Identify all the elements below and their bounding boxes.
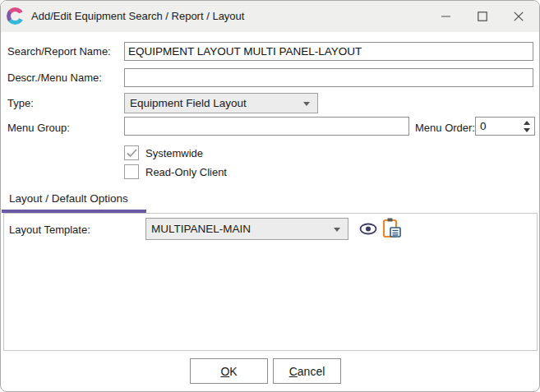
tab-layout-default-options[interactable]: Layout / Default Options [9,192,128,205]
chevron-down-icon [334,228,340,232]
read-only-client-label: Read-Only Client [145,166,227,178]
type-dropdown[interactable]: Equipment Field Layout [124,93,318,113]
menu-order-label: Menu Order: [415,122,475,134]
maximize-button[interactable] [464,1,501,32]
menu-order-stepper[interactable]: 0 [475,117,535,136]
spinner-up-icon[interactable] [524,121,530,125]
type-label: Type: [7,97,34,109]
maximize-icon [478,12,487,21]
descr-menu-name-label: Descr./Menu Name: [7,71,102,84]
layout-template-label: Layout Template: [9,224,90,236]
preview-button[interactable] [358,219,379,238]
search-report-name-label: Search/Report Name: [7,45,111,58]
app-logo-icon [7,7,24,25]
layout-template-dropdown[interactable]: MULTIPANEL-MAIN [145,218,348,240]
dialog-window: Add/Edit Equipment Search / Report / Lay… [0,0,540,392]
systemwide-checkbox[interactable] [124,145,139,160]
systemwide-label: Systemwide [145,147,203,159]
layout-template-value: MULTIPANEL-MAIN [151,223,251,235]
check-icon [127,149,137,158]
ok-button-label: OK [220,365,237,378]
read-only-client-checkbox[interactable] [124,164,139,179]
minimize-icon [441,12,451,21]
descr-menu-name-input[interactable] [124,68,533,87]
spinner-down-icon[interactable] [524,128,530,132]
cancel-button-label: Cancel [289,365,325,378]
menu-group-label: Menu Group: [7,122,70,134]
window-title: Add/Edit Equipment Search / Report / Lay… [31,10,244,22]
type-dropdown-value: Equipment Field Layout [130,97,247,109]
menu-group-input[interactable] [124,117,409,136]
cancel-button[interactable]: Cancel [273,358,341,384]
menu-order-value: 0 [480,120,487,132]
clipboard-icon [382,217,402,239]
eye-icon [359,223,377,235]
ok-button[interactable]: OK [190,358,268,384]
search-report-name-input[interactable] [124,42,533,61]
chevron-down-icon [303,102,310,106]
titlebar[interactable]: Add/Edit Equipment Search / Report / Lay… [1,1,539,32]
copy-layout-button[interactable] [381,216,403,239]
close-icon [514,12,524,21]
close-button[interactable] [501,1,537,32]
minimize-button[interactable] [428,1,464,32]
